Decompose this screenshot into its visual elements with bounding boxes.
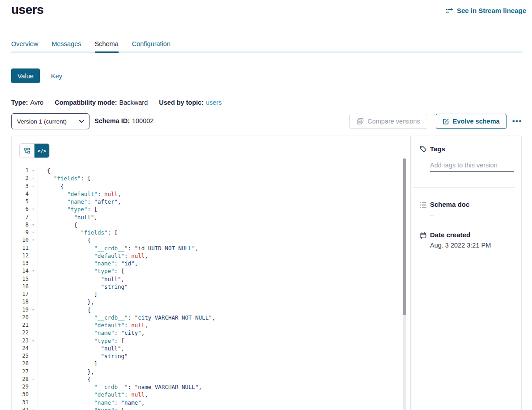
code-text: {: [47, 167, 51, 175]
line-number: 24: [12, 345, 29, 352]
fold-column: [29, 283, 38, 290]
line-number: 27: [12, 368, 29, 376]
code-text: "__crdb__": "name VARCHAR NULL",: [47, 383, 202, 391]
code-text: "null",: [47, 214, 98, 221]
fold-arrow-icon[interactable]: ▾: [29, 205, 38, 213]
fold-arrow-icon[interactable]: ▾: [29, 406, 38, 410]
code-line: 17]: [12, 290, 404, 298]
compatibility-label: Compatibility mode:: [55, 99, 117, 106]
fold-column: [29, 198, 38, 205]
code-line: 4"default": null,: [12, 190, 404, 198]
fold-arrow-icon[interactable]: ▾: [29, 337, 38, 345]
divider: [413, 187, 515, 188]
tree-view-icon: [24, 147, 30, 154]
compatibility-value: Backward: [119, 99, 148, 106]
code-editor[interactable]: 1▾{2▾"fields": [3▾{4"default": null,5"na…: [12, 167, 404, 410]
key-tab-button[interactable]: Key: [51, 73, 62, 80]
stream-lineage-link[interactable]: See in Stream lineage: [446, 7, 526, 14]
code-line: 26]: [12, 360, 404, 367]
line-number: 15: [12, 275, 29, 283]
date-created-value: Aug. 3 2022 3:21 PM: [430, 242, 491, 249]
fold-arrow-icon[interactable]: ▾: [29, 229, 38, 236]
code-line: 25"string": [12, 352, 404, 360]
code-line: 32▾"type": [: [12, 406, 404, 410]
code-text: "__crdb__": "city VARCHAR NOT NULL",: [47, 314, 215, 321]
schema-page: users See in Stream lineage OverviewMess…: [0, 0, 532, 410]
schema-id: Schema ID:100002: [94, 117, 153, 124]
code-line: 3▾{: [12, 183, 404, 190]
schema-side-panel: Tags Schema doc -- D: [412, 136, 522, 410]
fold-arrow-icon[interactable]: ▾: [29, 306, 38, 314]
code-line: 1▾{: [12, 167, 404, 175]
editor-scrollbar-thumb[interactable]: [403, 158, 406, 315]
fold-arrow-icon[interactable]: ▾: [29, 183, 38, 190]
code-line: 11"__crdb__": "id UUID NOT NULL",: [12, 244, 404, 252]
tree-view-button[interactable]: [20, 144, 34, 158]
date-created-heading: Date created: [430, 231, 470, 239]
fold-column: [29, 260, 38, 267]
fold-arrow-icon[interactable]: ▾: [29, 376, 38, 383]
fold-arrow-icon[interactable]: ▾: [29, 175, 38, 182]
tab-messages[interactable]: Messages: [51, 40, 81, 48]
code-text: {: [47, 306, 91, 314]
fold-column: [29, 345, 38, 352]
line-number: 26: [12, 360, 29, 367]
fold-column: [29, 275, 38, 283]
fold-column: [29, 252, 38, 260]
serde-toggle: Value Key: [11, 68, 62, 83]
more-actions-button[interactable]: •••: [511, 117, 523, 126]
line-number: 20: [12, 314, 29, 321]
tab-configuration[interactable]: Configuration: [132, 40, 170, 48]
stream-lineage-label: See in Stream lineage: [457, 7, 526, 14]
page-title: users: [11, 3, 43, 17]
value-tab-button[interactable]: Value: [11, 68, 40, 83]
fold-column: [29, 298, 38, 306]
code-line: 18},: [12, 298, 404, 306]
used-by-topic-label: Used by topic:: [159, 99, 204, 106]
fold-arrow-icon[interactable]: ▾: [29, 267, 38, 275]
code-text: "name": "id",: [47, 260, 138, 267]
code-line: 20"__crdb__": "city VARCHAR NOT NULL",: [12, 314, 404, 321]
fold-arrow-icon[interactable]: ▾: [29, 221, 38, 229]
schema-meta-row: Type:Avro Compatibility mode:Backward Us…: [11, 99, 222, 106]
tab-overview[interactable]: Overview: [11, 40, 38, 48]
tags-input[interactable]: [430, 161, 514, 172]
fold-column: [29, 290, 38, 298]
fold-column: [29, 360, 38, 367]
line-number: 32: [12, 406, 29, 410]
code-line: 16"string": [12, 283, 404, 290]
edit-icon: [443, 118, 449, 125]
tab-schema[interactable]: Schema: [95, 40, 119, 48]
line-number: 1: [12, 167, 29, 175]
line-number: 5: [12, 198, 29, 205]
fold-column: [29, 391, 38, 398]
fold-column: [29, 383, 38, 391]
code-text: "type": [: [47, 205, 98, 213]
code-text: "string": [47, 283, 128, 290]
code-text: "null",: [47, 345, 124, 352]
version-select[interactable]: Version 1 (current): [11, 113, 89, 129]
editor-scrollbar-track[interactable]: [403, 158, 406, 410]
code-view-button[interactable]: </>: [34, 144, 49, 158]
compare-versions-label: Compare versions: [367, 118, 420, 125]
schema-code-panel: </> 1▾{2▾"fields": [3▾{4"default": null,…: [11, 136, 411, 410]
line-number: 16: [12, 283, 29, 290]
code-line: 5"name": "after",: [12, 198, 404, 205]
code-text: {: [47, 236, 91, 244]
compare-versions-button[interactable]: Compare versions: [349, 114, 427, 129]
code-line: 30"default": null,: [12, 391, 404, 398]
code-text: "fields": [: [47, 229, 118, 236]
code-line: 9▾"fields": [: [12, 229, 404, 236]
fold-arrow-icon[interactable]: ▾: [29, 236, 38, 244]
evolve-schema-button[interactable]: Evolve schema: [436, 114, 506, 129]
code-text: "type": [: [47, 337, 124, 345]
line-number: 19: [12, 306, 29, 314]
code-line: 10▾{: [12, 236, 404, 244]
topic-link[interactable]: users: [206, 99, 221, 106]
code-line: 21"default": null,: [12, 321, 404, 329]
line-number: 28: [12, 376, 29, 383]
code-text: "default": null,: [47, 321, 148, 329]
fold-arrow-icon[interactable]: ▾: [29, 167, 38, 175]
schema-doc-value: --: [430, 211, 434, 218]
schema-doc-icon: [420, 201, 427, 209]
